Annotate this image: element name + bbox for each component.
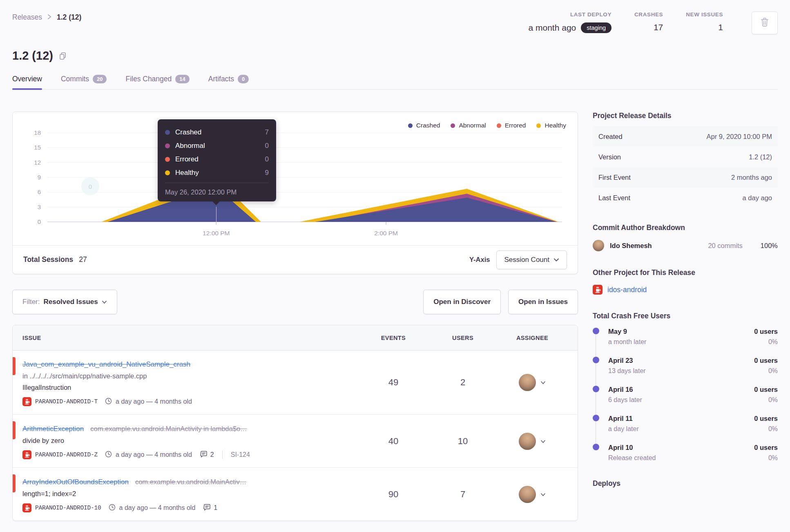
tooltip-caret [212,201,220,205]
crashed-dot-icon [408,123,413,128]
resolved-indicator-bar [13,357,16,375]
avatar [519,486,536,503]
release-overview-page: Releases 1.2 (12) LAST DEPLOY a month ag… [0,0,790,521]
issue-title-link[interactable]: ArithmeticException [22,423,84,435]
stat-crashes: CRASHES 17 [634,11,663,32]
issues-table-header: ISSUE EVENTS USERS ASSIGNEE [13,325,578,351]
detail-row-version: Version 1.2 (12) [593,147,778,167]
yaxis-label: Y-Axis [469,256,490,264]
legend-item-crashed[interactable]: Crashed [408,122,440,129]
other-project-link[interactable]: idos-android [607,286,647,294]
abnormal-dot-icon [165,143,170,148]
svg-text:18: 18 [34,130,41,136]
breadcrumb-current: 1.2 (12) [57,13,81,22]
total-sessions-value: 27 [79,255,87,264]
project-badge[interactable]: PARANOID-ANDROID-10 [22,503,101,512]
tab-commits[interactable]: Commits20 [61,75,107,89]
crash-free-users-section: Total Crash Free Users May 90 users a mo… [593,312,778,463]
chevron-down-icon [540,491,546,498]
tab-overview[interactable]: Overview [12,75,42,89]
svg-text:6: 6 [38,188,41,195]
svg-text:3: 3 [38,203,41,210]
tab-files-changed[interactable]: Files Changed14 [125,75,189,89]
linked-ticket[interactable]: SI-124 [231,451,250,458]
author-commit-count: 20 commits [708,242,742,250]
legend-item-healthy[interactable]: Healthy [536,122,566,129]
clock-icon [105,451,112,459]
project-name: PARANOID-ANDROID-Z [35,452,98,458]
crashes-label: CRASHES [634,11,663,18]
chevron-down-icon [540,438,546,445]
errored-dot-icon [497,123,501,128]
author-percent: 100% [761,242,778,250]
issue-title-link[interactable]: ArrayIndexOutOfBoundsException [22,476,129,488]
section-title: Commit Author Breakdown [593,224,778,232]
copy-version-button[interactable] [59,52,67,60]
assignee-dropdown[interactable] [498,486,567,503]
chart-hover-line [216,207,216,222]
svg-text:9: 9 [38,174,41,181]
users-count: 2 [428,377,498,388]
new-issues-value: 1 [718,22,723,32]
col-assignee: ASSIGNEE [498,335,567,341]
page-title: 1.2 (12) [12,49,53,63]
tooltip-date: May 26, 2020 12:00 PM [165,183,269,196]
tooltip-row-errored: Errored 0 [165,152,269,166]
project-name: PARANOID-ANDROID-10 [35,505,101,511]
issues-filter-select[interactable]: Filter: Resolved Issues [12,290,117,314]
breadcrumb-releases[interactable]: Releases [12,13,42,22]
svg-text:2:00 PM: 2:00 PM [374,230,398,237]
list-item: April 100 users Release created0% [593,443,778,463]
title-row: 1.2 (12) [12,49,778,63]
chevron-right-icon [47,13,52,22]
chart-tooltip: Crashed 7 Abnormal 0 Errored 0 [158,119,276,201]
list-item: May 90 users a month later0% [593,326,778,347]
assignee-dropdown[interactable] [498,433,567,450]
table-row: ArithmeticException com.example.vu.andro… [13,415,578,468]
svg-text:15: 15 [34,144,41,151]
release-sidebar: Project Release Details Created Apr 9, 2… [593,112,778,521]
issue-age: a day ago — 4 months old [109,504,196,512]
chart-legend: Crashed Abnormal Errored Healthy [408,122,566,129]
svg-text:12: 12 [34,159,41,166]
issues-table: ISSUE EVENTS USERS ASSIGNEE Java_com_exa… [12,325,578,521]
legend-item-abnormal[interactable]: Abnormal [451,122,486,129]
author-name: Ido Shemesh [610,242,702,250]
yaxis-select[interactable]: Session Count [496,250,567,269]
detail-row-first-event: First Event 2 months ago [593,167,778,188]
issue-title-link[interactable]: Java_com_example_vu_android_NativeSample… [22,359,190,370]
filter-row: Filter: Resolved Issues Open in Discover… [12,290,578,314]
section-title: Deploys [593,479,778,488]
project-release-details-section: Project Release Details Created Apr 9, 2… [593,112,778,208]
divider [222,451,223,459]
delete-release-button[interactable] [752,11,778,34]
users-count: 10 [428,436,498,447]
legend-item-errored[interactable]: Errored [497,122,526,129]
issue-message: divide by zero [22,435,359,446]
comments-count[interactable]: 2 [200,451,214,459]
tab-artifacts[interactable]: Artifacts0 [208,75,249,89]
svg-text:0: 0 [38,218,41,225]
users-count: 7 [428,489,498,500]
section-title: Other Project for This Release [593,268,778,277]
avatar [519,433,536,450]
clock-icon [105,398,112,406]
project-badge[interactable]: PARANOID-ANDROID-Z [22,450,98,459]
section-title: Total Crash Free Users [593,312,778,320]
comments-count[interactable]: 1 [203,504,217,512]
errored-dot-icon [165,157,170,162]
open-in-issues-button[interactable]: Open in Issues [508,290,578,314]
events-count: 90 [359,489,428,500]
assignee-dropdown[interactable] [498,374,567,391]
project-badge[interactable]: PARANOID-ANDROID-T [22,397,98,406]
list-item: April 230 users 13 days later0% [593,355,778,376]
issue-message: length=1; index=2 [22,488,359,499]
sessions-area-chart[interactable]: 036912151812:00 PM2:00 PM [23,130,566,241]
last-deploy-label: LAST DEPLOY [570,11,611,18]
table-row: Java_com_example_vu_android_NativeSample… [13,351,578,415]
total-sessions-label: Total Sessions [23,255,73,264]
list-item: April 110 users a day later0% [593,414,778,434]
trash-icon [760,17,769,29]
open-in-discover-button[interactable]: Open in Discover [423,290,501,314]
resolved-indicator-bar [13,421,16,439]
